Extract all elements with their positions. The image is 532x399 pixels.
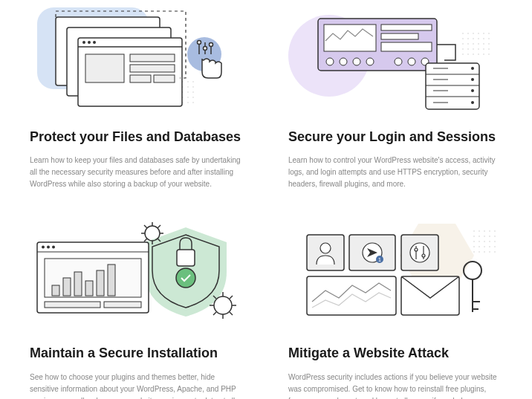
svg-point-161 [479, 252, 480, 253]
svg-point-11 [192, 86, 194, 88]
svg-line-122 [230, 296, 233, 299]
svg-point-99 [471, 89, 474, 92]
svg-line-121 [213, 312, 216, 315]
svg-point-141 [479, 231, 480, 233]
svg-point-143 [489, 231, 490, 233]
card-title: Protect your Files and Databases [30, 129, 244, 146]
svg-point-179 [464, 262, 481, 279]
svg-point-74 [488, 48, 490, 50]
svg-point-51 [462, 33, 464, 34]
svg-point-142 [484, 231, 485, 233]
card-title: Mitigate a Website Attack [288, 345, 502, 362]
svg-rect-133 [74, 272, 82, 296]
svg-point-72 [478, 48, 479, 50]
svg-rect-41 [130, 75, 151, 82]
svg-point-54 [478, 33, 479, 34]
svg-point-162 [484, 252, 485, 253]
feature-card-install: Maintain a Secure Installation See how t… [30, 220, 244, 399]
svg-point-58 [467, 38, 469, 39]
svg-point-17 [192, 91, 194, 93]
svg-point-80 [488, 53, 490, 55]
svg-point-56 [488, 33, 490, 34]
svg-point-140 [473, 231, 475, 233]
svg-point-67 [483, 43, 484, 45]
svg-point-22 [187, 97, 189, 98]
feature-grid: Protect your Files and Databases Learn h… [30, 4, 502, 399]
svg-point-150 [473, 241, 475, 243]
svg-point-159 [494, 247, 496, 248]
svg-rect-131 [52, 285, 59, 296]
svg-rect-84 [381, 33, 418, 39]
svg-point-155 [473, 247, 475, 248]
svg-point-172 [410, 243, 429, 262]
card-title: Maintain a Secure Installation [30, 345, 244, 362]
svg-rect-82 [324, 25, 376, 51]
svg-point-144 [494, 231, 496, 233]
svg-point-28 [187, 102, 189, 103]
svg-point-49 [210, 43, 213, 47]
card-desc: WordPress security includes actions if y… [288, 372, 502, 399]
svg-rect-39 [130, 54, 175, 62]
svg-point-97 [471, 67, 474, 70]
svg-text:1: 1 [378, 257, 381, 262]
svg-point-69 [462, 48, 464, 50]
svg-point-98 [471, 78, 474, 81]
svg-point-174 [415, 248, 418, 251]
svg-point-163 [489, 252, 490, 253]
svg-rect-83 [381, 25, 432, 30]
svg-point-65 [473, 43, 474, 45]
svg-point-149 [494, 236, 496, 238]
svg-point-37 [93, 41, 96, 44]
svg-point-157 [484, 247, 485, 248]
svg-point-53 [473, 33, 474, 34]
svg-point-29 [192, 102, 194, 103]
svg-rect-134 [85, 281, 93, 296]
svg-point-154 [494, 241, 496, 243]
svg-rect-136 [108, 265, 115, 296]
svg-point-146 [479, 236, 480, 238]
svg-point-45 [198, 41, 201, 45]
svg-point-148 [489, 236, 490, 238]
svg-rect-132 [63, 278, 71, 296]
svg-point-61 [483, 38, 484, 39]
svg-rect-138 [104, 302, 141, 308]
svg-point-62 [488, 38, 490, 39]
svg-point-158 [489, 247, 490, 248]
svg-rect-135 [97, 270, 104, 296]
card-desc: See how to choose your plugins and theme… [30, 372, 244, 399]
attack-illustration: 1 [288, 220, 502, 331]
svg-point-66 [478, 43, 479, 45]
svg-point-147 [484, 236, 485, 238]
svg-point-79 [483, 53, 484, 55]
svg-line-110 [144, 225, 147, 228]
svg-point-71 [473, 48, 474, 50]
svg-point-63 [462, 43, 464, 45]
svg-point-16 [187, 91, 189, 93]
svg-point-91 [408, 58, 415, 65]
svg-point-23 [192, 97, 194, 98]
svg-point-164 [494, 252, 496, 253]
svg-point-55 [483, 33, 484, 34]
svg-point-76 [467, 53, 469, 55]
svg-point-47 [204, 47, 207, 51]
svg-point-88 [353, 58, 360, 65]
feature-card-files: Protect your Files and Databases Learn h… [30, 4, 244, 190]
svg-point-70 [467, 48, 469, 50]
svg-point-127 [42, 246, 45, 249]
svg-point-36 [88, 41, 91, 44]
svg-line-120 [230, 312, 233, 315]
svg-point-35 [82, 41, 85, 44]
svg-point-114 [214, 296, 232, 314]
svg-point-156 [479, 247, 480, 248]
svg-line-113 [158, 225, 160, 228]
svg-rect-85 [381, 42, 432, 51]
svg-point-152 [484, 241, 485, 243]
svg-point-100 [471, 101, 474, 104]
login-illustration [288, 4, 502, 115]
svg-point-153 [489, 241, 490, 243]
svg-point-60 [478, 38, 479, 39]
card-desc: Learn how to control your WordPress webs… [288, 155, 502, 190]
svg-point-59 [473, 38, 474, 39]
svg-point-73 [483, 48, 484, 50]
svg-point-5 [192, 81, 194, 82]
